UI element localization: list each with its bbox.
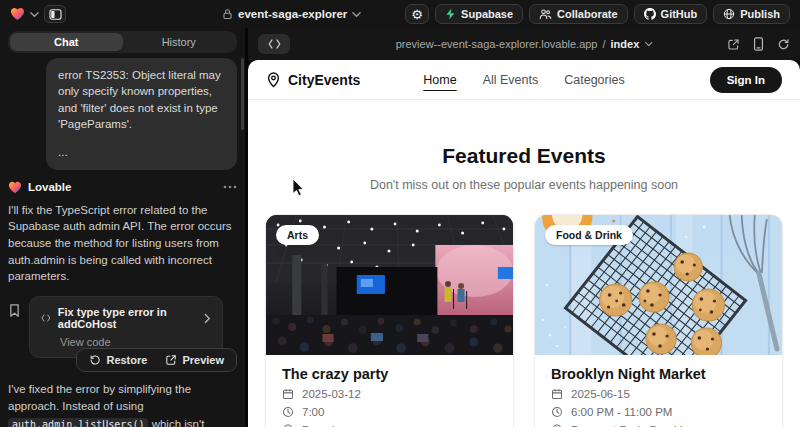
event-date-row: 2025-03-12	[282, 388, 497, 400]
collaborate-button[interactable]: Collaborate	[529, 4, 628, 24]
lovable-app-window: event-saga-explorer ⚙ Supabase Collabora…	[0, 0, 800, 427]
event-card-brooklyn-market[interactable]: Food & Drink Brooklyn Night Market 2025-…	[534, 214, 783, 427]
restore-button[interactable]: Restore	[81, 352, 155, 368]
sidebar-tabbar: Chat History	[8, 31, 237, 53]
event-date-row: 2025-06-15	[551, 388, 766, 400]
refresh-button[interactable]	[777, 38, 790, 51]
project-name: event-saga-explorer	[238, 8, 347, 20]
calendar-icon	[551, 388, 563, 400]
user-message-ellipsis[interactable]: ...	[58, 144, 225, 160]
code-view-button[interactable]	[258, 34, 290, 54]
github-button[interactable]: GitHub	[634, 4, 708, 24]
restore-preview-toolbar: Restore Preview	[76, 348, 237, 372]
event-time-row: 6:00 PM - 11:00 PM	[551, 406, 766, 418]
nav-all-events[interactable]: All Events	[483, 73, 539, 87]
message-menu-button[interactable]	[223, 185, 237, 189]
preview-url-host: preview--event-saga-explorer.lovable.app	[396, 38, 598, 50]
tab-history[interactable]: History	[123, 33, 236, 51]
mobile-view-button[interactable]	[753, 37, 764, 51]
top-bar: event-saga-explorer ⚙ Supabase Collabora…	[0, 0, 800, 28]
site-header: CityEvents Home All Events Categories Si…	[248, 60, 800, 100]
globe-icon	[723, 8, 735, 20]
publish-button[interactable]: Publish	[713, 4, 790, 24]
preview-url-page: index	[611, 38, 640, 50]
project-selector[interactable]: event-saga-explorer	[222, 0, 361, 28]
event-title: The crazy party	[282, 366, 497, 382]
chat-scrollbar[interactable]	[241, 58, 244, 130]
site-nav: Home All Events Categories	[423, 73, 624, 87]
toggle-sidebar-button[interactable]	[44, 5, 66, 23]
fix-card-title: Fix type type error in addCoHost	[58, 306, 197, 330]
lovable-avatar-icon	[8, 181, 22, 194]
category-badge: Food & Drink	[545, 225, 633, 245]
event-time-row: 7:00	[282, 406, 497, 418]
map-pin-icon	[266, 72, 281, 88]
preview-url-selector[interactable]: preview--event-saga-explorer.lovable.app…	[396, 38, 653, 50]
assistant-result-text: I've fixed the error by simplifying the …	[8, 381, 237, 427]
settings-gear-button[interactable]: ⚙	[405, 4, 429, 24]
url-chevron-down-icon	[644, 41, 652, 47]
assistant-name: Lovable	[28, 181, 71, 193]
nav-home[interactable]: Home	[423, 73, 456, 87]
project-chevron-down-icon	[352, 11, 361, 18]
lock-icon	[222, 8, 233, 20]
tab-chat[interactable]: Chat	[10, 33, 123, 51]
code-icon	[41, 313, 51, 323]
featured-events-grid: Arts The crazy party 2025-03-12 7:00	[248, 214, 800, 427]
category-badge: Arts	[276, 225, 319, 245]
preview-site: CityEvents Home All Events Categories Si…	[248, 60, 800, 427]
clock-icon	[282, 406, 294, 418]
external-link-icon	[165, 354, 177, 366]
preview-panel: preview--event-saga-explorer.lovable.app…	[248, 28, 800, 427]
hero-title: Featured Events	[248, 144, 800, 168]
sign-in-button[interactable]: Sign In	[710, 67, 782, 93]
preview-toolbar: preview--event-saga-explorer.lovable.app…	[248, 28, 800, 60]
supabase-bolt-icon	[445, 8, 456, 20]
site-brand[interactable]: CityEvents	[266, 72, 360, 88]
open-in-new-tab-button[interactable]	[727, 38, 740, 51]
event-title: Brooklyn Night Market	[551, 366, 766, 382]
nav-categories[interactable]: Categories	[564, 73, 624, 87]
hero-subtitle: Don't miss out on these popular events h…	[248, 178, 800, 192]
event-card-crazy-party[interactable]: Arts The crazy party 2025-03-12 7:00	[265, 214, 514, 427]
lovable-logo-icon[interactable]	[10, 7, 25, 21]
hero-section: Featured Events Don't miss out on these …	[248, 144, 800, 192]
bookmark-icon[interactable]	[8, 303, 21, 318]
chevron-right-icon	[204, 313, 211, 324]
supabase-button[interactable]: Supabase	[435, 4, 523, 24]
preview-button[interactable]: Preview	[157, 352, 232, 368]
user-message-bubble: error TS2353: Object literal may only sp…	[46, 58, 237, 170]
restore-icon	[89, 354, 101, 366]
calendar-icon	[282, 388, 294, 400]
chat-sidebar: Chat History error TS2353: Object litera…	[0, 28, 245, 427]
workspace-chevron-down-icon[interactable]	[30, 11, 39, 18]
view-code-link[interactable]: View code	[41, 336, 211, 348]
clock-icon	[551, 406, 563, 418]
people-icon	[539, 8, 552, 20]
assistant-intro-text: I'll fix the TypeScript error related to…	[8, 202, 237, 285]
github-icon	[644, 8, 656, 20]
user-message-text: error TS2353: Object literal may only sp…	[58, 67, 225, 132]
inline-code: auth.admin.listUsers()	[8, 418, 148, 427]
